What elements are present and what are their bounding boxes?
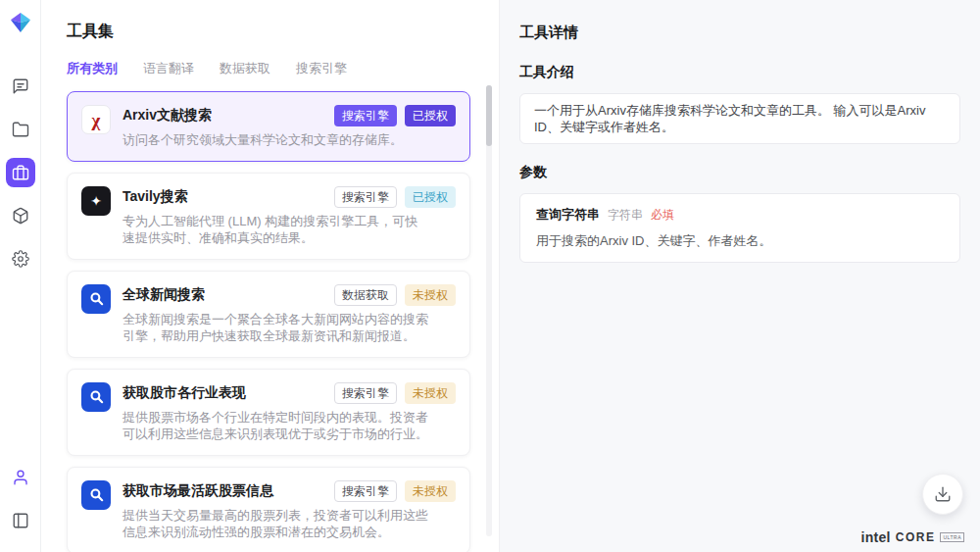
tool-name: 获取股市各行业表现 [122, 384, 246, 402]
download-button[interactable] [922, 474, 963, 515]
ultra-badge: ULTRA [940, 532, 964, 542]
stock-sectors-logo-icon [81, 382, 111, 412]
app-logo-icon [10, 12, 31, 33]
auth-badge: 未授权 [405, 284, 456, 306]
auth-badge: 未授权 [405, 382, 456, 404]
settings-icon[interactable] [6, 244, 35, 274]
intel-core-logo: intel CORE ULTRA [861, 529, 964, 545]
tool-description: 全球新闻搜索是一个聚合全球各大新闻网站内容的搜索引擎，帮助用户快速获取全球最新资… [122, 311, 430, 345]
active-stocks-logo-icon [81, 480, 111, 510]
icon-rail [0, 0, 41, 552]
tool-card-arxiv[interactable]: χ Arxiv文献搜索 搜索引擎 已授权 访问各个研究领域大量科学论文和文章的存… [67, 91, 470, 162]
tool-name: Tavily搜索 [122, 188, 188, 206]
chat-icon[interactable] [6, 72, 35, 101]
news-search-logo-icon [81, 284, 111, 314]
scrollbar-thumb[interactable] [486, 85, 492, 146]
tool-card-active-stocks[interactable]: 获取市场最活跃股票信息 搜索引擎 未授权 提供当天交易量最高的股票列表，投资者可… [67, 467, 470, 552]
detail-title: 工具详情 [519, 24, 960, 42]
auth-badge: 已授权 [405, 186, 456, 208]
tool-name: 获取市场最活跃股票信息 [122, 482, 273, 500]
tool-card-stock-sectors[interactable]: 获取股市各行业表现 搜索引擎 未授权 提供股票市场各个行业在特定时间段内的表现。… [67, 369, 470, 456]
tool-description: 专为人工智能代理 (LLM) 构建的搜索引擎工具，可快速提供实时、准确和真实的结… [122, 213, 430, 247]
param-name: 查询字符串 [536, 206, 600, 224]
params-heading: 参数 [519, 164, 960, 181]
auth-badge: 已授权 [405, 105, 456, 126]
intel-wordmark: intel [861, 529, 891, 545]
download-icon [934, 485, 952, 503]
tab-language-translation[interactable]: 语言翻译 [143, 60, 194, 77]
category-badge: 搜索引擎 [334, 186, 397, 208]
param-description: 用于搜索的Arxiv ID、关键字、作者姓名。 [536, 232, 944, 250]
tab-data-fetch[interactable]: 数据获取 [220, 60, 270, 77]
auth-badge: 未授权 [405, 480, 456, 502]
arxiv-logo-icon: χ [81, 105, 111, 134]
toolset-panel: 工具集 所有类别 语言翻译 数据获取 搜索引擎 χ Arxiv文献搜索 搜索引擎… [41, 0, 500, 552]
tool-intro-text: 一个用于从Arxiv存储库搜索科学论文和文章的工具。 输入可以是Arxiv ID… [534, 103, 925, 134]
intro-heading: 工具介绍 [519, 64, 960, 81]
tab-all-categories[interactable]: 所有类别 [67, 60, 118, 77]
package-icon[interactable] [6, 201, 35, 230]
tool-description: 提供当天交易量最高的股票列表，投资者可以利用这些信息来识别流动性强的股票和潜在的… [122, 507, 430, 541]
tool-name: 全球新闻搜索 [122, 286, 205, 304]
tool-description: 提供股票市场各个行业在特定时间段内的表现。投资者可以利用这些信息来识别表现优于或… [122, 409, 430, 443]
category-badge: 搜索引擎 [334, 105, 397, 126]
user-icon[interactable] [6, 463, 35, 492]
tool-description: 访问各个研究领域大量科学论文和文章的存储库。 [122, 131, 430, 149]
briefcase-icon[interactable] [6, 158, 35, 187]
tavily-logo-icon: ✦ [81, 186, 111, 216]
param-type: 字符串 [608, 207, 643, 224]
tool-name: Arxiv文献搜索 [122, 107, 212, 125]
category-badge: 数据获取 [334, 284, 397, 306]
folder-icon[interactable] [6, 115, 35, 144]
panel-icon[interactable] [6, 506, 35, 535]
param-required-badge: 必填 [651, 207, 674, 224]
tool-list: χ Arxiv文献搜索 搜索引擎 已授权 访问各个研究领域大量科学论文和文章的存… [67, 91, 470, 552]
core-wordmark: CORE [896, 530, 936, 544]
category-tabs: 所有类别 语言翻译 数据获取 搜索引擎 [67, 60, 499, 77]
category-badge: 搜索引擎 [334, 382, 397, 404]
category-badge: 搜索引擎 [334, 480, 397, 502]
tool-card-global-news[interactable]: 全球新闻搜索 数据获取 未授权 全球新闻搜索是一个聚合全球各大新闻网站内容的搜索… [67, 271, 470, 358]
scrollbar[interactable] [486, 85, 492, 536]
page-title: 工具集 [67, 22, 499, 42]
tab-search-engine[interactable]: 搜索引擎 [296, 60, 347, 77]
app-window: 工具集 所有类别 语言翻译 数据获取 搜索引擎 χ Arxiv文献搜索 搜索引擎… [0, 0, 980, 552]
tool-detail-panel: 工具详情 工具介绍 一个用于从Arxiv存储库搜索科学论文和文章的工具。 输入可… [500, 0, 980, 552]
tool-intro-card: 一个用于从Arxiv存储库搜索科学论文和文章的工具。 输入可以是Arxiv ID… [519, 93, 960, 144]
tool-card-tavily[interactable]: ✦ Tavily搜索 搜索引擎 已授权 专为人工智能代理 (LLM) 构建的搜索… [67, 173, 470, 260]
parameter-card: 查询字符串 字符串 必填 用于搜索的Arxiv ID、关键字、作者姓名。 [519, 193, 960, 263]
